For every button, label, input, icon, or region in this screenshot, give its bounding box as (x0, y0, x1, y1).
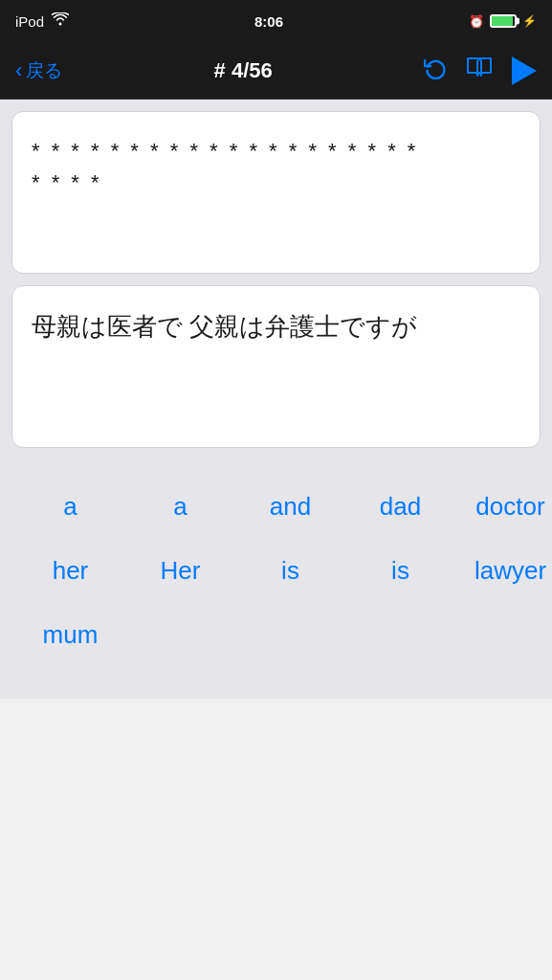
back-label: 戻る (26, 58, 62, 83)
word-row-1: a a and dad doctor (15, 479, 537, 535)
top-card-text: * * * * * * * * * * * * * * * * * * * **… (32, 135, 418, 198)
word-and[interactable]: and (235, 479, 345, 535)
nav-right (424, 56, 537, 85)
word-her-upper[interactable]: Her (125, 543, 235, 599)
wifi-icon (52, 12, 69, 30)
bottom-card: 母親は医者で 父親は弁護士ですが (11, 285, 541, 448)
word-row-3: mum (15, 607, 537, 663)
back-button[interactable]: ‹ 戻る (15, 58, 62, 83)
book-button[interactable] (466, 56, 493, 85)
word-is2[interactable]: is (345, 543, 455, 599)
top-card: * * * * * * * * * * * * * * * * * * * **… (11, 111, 541, 274)
battery-icon (490, 14, 517, 28)
word-a1[interactable]: a (15, 479, 125, 535)
play-button[interactable] (512, 56, 537, 85)
chevron-left-icon: ‹ (15, 58, 22, 83)
alarm-icon: ⏰ (469, 14, 484, 29)
nav-bar: ‹ 戻る # 4/56 (0, 42, 552, 100)
word-bank: a a and dad doctor her Her is is lawyer … (0, 459, 552, 699)
word-lawyer[interactable]: lawyer (455, 543, 552, 599)
main-content: * * * * * * * * * * * * * * * * * * * **… (0, 100, 552, 459)
word-a2[interactable]: a (125, 479, 235, 535)
word-is1[interactable]: is (235, 543, 345, 599)
status-right: ⏰ ⚡ (469, 14, 537, 29)
word-row-2: her Her is is lawyer (15, 543, 537, 599)
word-mum[interactable]: mum (15, 607, 125, 663)
bottom-card-text: 母親は医者で 父親は弁護士ですが (32, 309, 417, 344)
device-label: iPod (15, 13, 44, 30)
status-left: iPod (15, 12, 69, 30)
status-time: 8:06 (254, 13, 283, 30)
word-doctor[interactable]: doctor (455, 479, 552, 535)
lightning-icon: ⚡ (522, 14, 537, 28)
status-bar: iPod 8:06 ⏰ ⚡ (0, 0, 552, 42)
nav-title: # 4/56 (214, 58, 273, 83)
word-her-lower[interactable]: her (15, 543, 125, 599)
word-dad[interactable]: dad (345, 479, 455, 535)
reload-button[interactable] (424, 56, 447, 85)
